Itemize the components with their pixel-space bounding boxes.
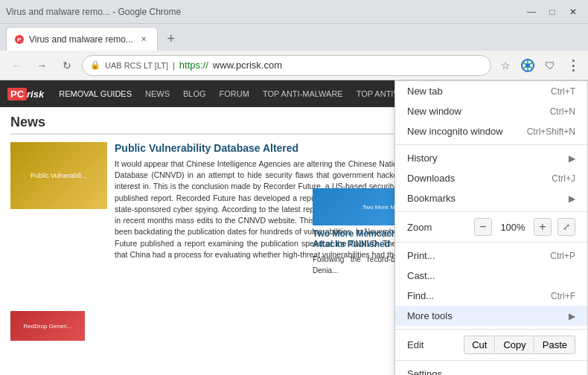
menu-item-cast[interactable]: Cast...: [395, 266, 587, 286]
menu-button[interactable]: ⋮: [563, 56, 582, 75]
site-logo: PC risk: [7, 88, 44, 100]
menu-item-settings[interactable]: Settings: [395, 364, 587, 375]
nav-news[interactable]: NEWS: [139, 86, 176, 101]
menu-separator-2: [395, 211, 587, 212]
article-image: Public Vulnerabili...: [10, 142, 107, 209]
minimize-button[interactable]: —: [523, 3, 540, 21]
menu-label-downloads: Downloads: [407, 173, 546, 184]
menu-item-find[interactable]: Find... Ctrl+F: [395, 286, 587, 306]
menu-item-new-window[interactable]: New window Ctrl+N: [395, 101, 587, 121]
menu-shortcut-new-tab: Ctrl+T: [551, 86, 575, 97]
zoom-plus-button[interactable]: +: [534, 218, 552, 236]
maximize-button[interactable]: □: [543, 3, 561, 21]
menu-item-more-tools[interactable]: More tools ▶: [395, 306, 587, 326]
menu-item-history[interactable]: History ▶: [395, 148, 587, 168]
article-img-text: Public Vulnerabili...: [28, 169, 90, 182]
address-https: https://: [179, 60, 208, 71]
titlebar-spacer: Virus and malware remo... - Google Chrom…: [6, 7, 181, 17]
menu-separator-3: [395, 242, 587, 243]
reload-button[interactable]: ↻: [57, 55, 77, 76]
active-tab[interactable]: P Virus and malware remo... ✕: [6, 27, 158, 51]
titlebar-controls: — □ ✕: [523, 3, 582, 21]
menu-shortcut-incognito: Ctrl+Shift+N: [527, 126, 575, 137]
logo-risk: risk: [27, 89, 44, 100]
menu-label-print: Print...: [407, 250, 544, 261]
menu-item-print[interactable]: Print... Ctrl+P: [395, 246, 587, 266]
menu-label-bookmarks: Bookmarks: [407, 193, 563, 204]
nav-top-antimalware[interactable]: TOP ANTI-MALWARE: [257, 86, 349, 101]
address-bar[interactable]: 🔒 UAB RCS LT [LT] | https:// www.pcrisk.…: [82, 55, 491, 76]
menu-shortcut-downloads: Ctrl+J: [552, 173, 575, 184]
omnibox-bar: ← → ↻ 🔒 UAB RCS LT [LT] | https:// www.p…: [0, 51, 588, 80]
tab-bar: P Virus and malware remo... ✕ +: [0, 24, 588, 51]
paste-button[interactable]: Paste: [535, 336, 575, 354]
menu-label-incognito: New incognito window: [407, 126, 521, 137]
menu-label-new-tab: New tab: [407, 86, 545, 97]
chrome-menu: New tab Ctrl+T New window Ctrl+N New inc…: [394, 80, 588, 375]
address-separator: |: [173, 61, 175, 70]
close-button[interactable]: ✕: [564, 3, 582, 21]
address-domain: www.pcrisk.com: [213, 60, 483, 71]
menu-arrow-history: ▶: [569, 153, 575, 164]
cut-button[interactable]: Cut: [464, 336, 495, 354]
nav-blog[interactable]: BLOG: [177, 86, 212, 101]
zoom-minus-button[interactable]: −: [474, 218, 492, 236]
zoom-expand-button[interactable]: ⤢: [557, 218, 575, 236]
address-bar-actions: ☆ 🛡 ⋮: [496, 56, 582, 75]
edit-group: Edit Cut Copy Paste: [395, 333, 587, 357]
chrome-icon-button[interactable]: [518, 56, 537, 75]
tab-title: Virus and malware remo...: [29, 34, 133, 45]
zoom-label: Zoom: [407, 222, 468, 233]
menu-arrow-bookmarks: ▶: [569, 193, 575, 204]
menu-label-cast: Cast...: [407, 270, 575, 281]
logo-pc: PC: [7, 88, 27, 100]
site-indicator: UAB RCS LT [LT]: [105, 61, 168, 70]
zoom-control: Zoom − 100% + ⤢: [395, 215, 587, 239]
new-tab-button[interactable]: +: [161, 28, 182, 49]
menu-item-incognito[interactable]: New incognito window Ctrl+Shift+N: [395, 121, 587, 141]
menu-item-downloads[interactable]: Downloads Ctrl+J: [395, 168, 587, 188]
menu-arrow-more-tools: ▶: [569, 311, 575, 321]
zoom-value: 100%: [498, 222, 528, 233]
edit-label: Edit: [407, 339, 462, 350]
menu-separator-4: [395, 329, 587, 330]
bookmark-button[interactable]: ☆: [496, 56, 515, 75]
menu-label-settings: Settings: [407, 368, 575, 375]
security-button[interactable]: 🛡: [540, 56, 560, 75]
menu-shortcut-find: Ctrl+F: [551, 291, 575, 301]
menu-separator-1: [395, 144, 587, 145]
menu-shortcut-new-window: Ctrl+N: [550, 106, 575, 117]
nav-removal-guides[interactable]: REMOVAL GUIDES: [53, 86, 138, 101]
menu-separator-5: [395, 360, 587, 361]
reddrop-img-text: RedDrop Generi...: [24, 323, 72, 330]
menu-label-new-window: New window: [407, 106, 544, 117]
menu-item-new-tab[interactable]: New tab Ctrl+T: [395, 81, 587, 101]
back-button[interactable]: ←: [6, 55, 27, 76]
tab-favicon: P: [14, 34, 25, 45]
menu-label-find: Find...: [407, 290, 545, 301]
menu-shortcut-print: Ctrl+P: [550, 251, 575, 261]
menu-label-history: History: [407, 153, 563, 164]
titlebar: Virus and malware remo... - Google Chrom…: [0, 0, 588, 24]
lock-icon: 🔒: [90, 60, 100, 70]
nav-forum[interactable]: FORUM: [214, 86, 255, 101]
edit-buttons: Cut Copy Paste: [464, 336, 575, 354]
menu-item-bookmarks[interactable]: Bookmarks ▶: [395, 188, 587, 208]
tab-close-button[interactable]: ✕: [138, 33, 150, 45]
svg-text:P: P: [17, 36, 22, 43]
webpage: PC risk REMOVAL GUIDES NEWS BLOG FORUM T…: [0, 80, 588, 375]
forward-button[interactable]: →: [31, 55, 52, 76]
reddrop-image: RedDrop Generi...: [10, 311, 85, 341]
copy-button[interactable]: Copy: [496, 336, 534, 354]
news-section-title: News: [10, 115, 458, 135]
menu-label-more-tools: More tools: [407, 310, 563, 321]
